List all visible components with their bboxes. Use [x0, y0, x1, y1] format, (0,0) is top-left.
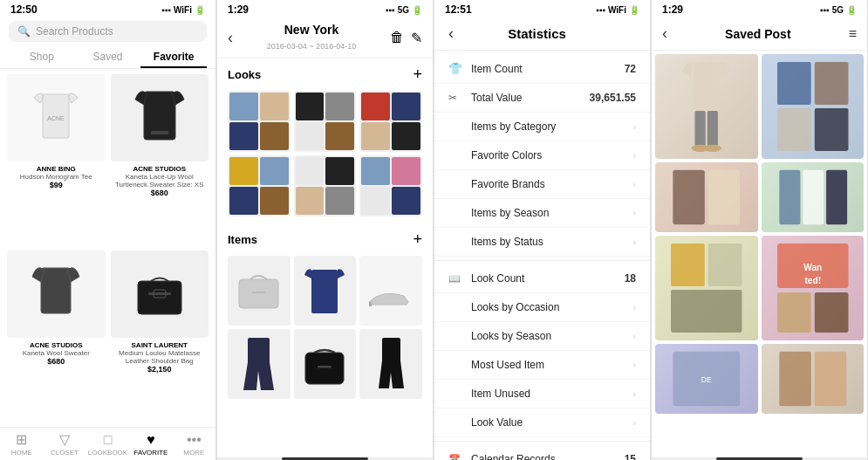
nav-home[interactable]: ⊞ HOME — [0, 433, 43, 457]
stat-calendar-records[interactable]: 📅 Calendar Records 15 — [434, 445, 650, 460]
back-button-4[interactable]: ‹ — [662, 24, 667, 43]
nav-closet-label: CLOSET — [51, 449, 79, 457]
edit-button[interactable]: ✎ — [411, 30, 422, 46]
nav-lookbook-label: LOOKBOOK — [88, 449, 127, 457]
saved-post-item[interactable] — [762, 344, 865, 414]
saved-post-item[interactable] — [655, 236, 758, 340]
stat-label: Item Count — [471, 63, 625, 75]
saved-post-item[interactable] — [655, 54, 758, 159]
outfit-visual — [655, 236, 758, 340]
stat-looks-occasion[interactable]: Looks by Occasion › — [434, 293, 650, 322]
svg-text:DE: DE — [701, 375, 712, 384]
product-item[interactable]: SAINT LAURENT Medium Loulou Matelasse Le… — [111, 251, 209, 422]
stat-look-count[interactable]: 📖 Look Count 18 — [434, 264, 650, 293]
svg-rect-36 — [814, 292, 848, 333]
look-item[interactable] — [228, 91, 290, 152]
stat-label: Look Value — [471, 416, 633, 429]
saved-post-item[interactable] — [655, 162, 758, 232]
stat-items-season[interactable]: Items by Season › — [434, 199, 650, 228]
nav-closet[interactable]: ▽ CLOSET — [43, 433, 85, 457]
menu-icon[interactable]: ≡ — [849, 26, 857, 42]
time-2: 1:29 — [228, 3, 249, 16]
panel-savedpost: 1:29 ▪▪▪ 5G 🔋 ‹ Saved Post ≡ — [652, 0, 868, 460]
item-thumb[interactable] — [228, 256, 290, 326]
stat-item-count[interactable]: 👕 Item Count 72 — [434, 54, 650, 84]
stat-items-category[interactable]: Items by Category › — [434, 113, 650, 141]
home-icon: ⊞ — [16, 433, 27, 447]
product-image — [111, 251, 209, 338]
svg-rect-8 — [239, 279, 278, 308]
time-4: 1:29 — [662, 3, 683, 16]
item-thumb[interactable] — [228, 329, 290, 399]
nav-more[interactable]: ••• MORE — [173, 433, 215, 457]
svg-rect-17 — [707, 111, 718, 147]
look-item[interactable] — [294, 91, 357, 152]
stat-fav-brands[interactable]: Favorite Brands › — [434, 170, 650, 199]
stat-label: Most Used Item — [471, 359, 633, 371]
item-thumb[interactable] — [294, 256, 357, 326]
svg-rect-39 — [779, 352, 810, 406]
product-name: Kaneta Lace-Up Wool Turtleneck Sweater S… — [111, 173, 209, 189]
panel-shop: 12:50 ▪▪▪ WiFi 🔋 🔍 Search Products Shop … — [0, 0, 216, 460]
tab-shop[interactable]: Shop — [9, 45, 75, 68]
product-name: Hudson Monogram Tee — [20, 173, 92, 181]
calendar-icon: 📅 — [448, 454, 462, 461]
stat-total-value[interactable]: ✂ Total Value 39,651.55 — [434, 84, 650, 113]
product-name: Medium Loulou Matelasse Leather Shoulder… — [111, 349, 209, 365]
tab-favorite[interactable]: Favorite — [140, 45, 207, 68]
svg-text:ACNE: ACNE — [48, 115, 65, 121]
outfit-visual — [655, 162, 758, 232]
stat-look-value[interactable]: Look Value › — [434, 409, 650, 437]
svg-rect-31 — [671, 290, 742, 333]
svg-rect-20 — [777, 62, 811, 105]
item-thumb[interactable] — [294, 329, 357, 399]
product-image — [111, 74, 209, 161]
signal-icon-2: ▪▪▪ — [386, 5, 395, 15]
panel-newyork: 1:29 ▪▪▪ 5G 🔋 ‹ New York 2016-03-04 ~ 20… — [217, 0, 434, 460]
nav-lookbook[interactable]: □ LOOKBOOK — [86, 433, 129, 457]
stat-label: Calendar Records — [471, 453, 625, 460]
look-item[interactable] — [359, 91, 422, 152]
chevron-icon: › — [633, 122, 636, 132]
stat-label: Items by Category — [471, 120, 633, 133]
look-item[interactable] — [359, 155, 422, 216]
battery-icon-4: 🔋 — [846, 5, 857, 15]
item-thumb[interactable] — [359, 256, 422, 326]
product-item[interactable]: ACNE ANNE BING Hudson Monogram Tee $99 — [7, 74, 106, 245]
product-info: ACNE STUDIOS Kaneta Wool Sweater $680 — [23, 341, 90, 366]
stat-items-status[interactable]: Items by Status › — [434, 228, 650, 257]
nav-home-label: HOME — [11, 449, 32, 457]
saved-post-item[interactable]: Wan ted! — [762, 236, 865, 340]
product-price: $680 — [23, 357, 90, 366]
stat-item-unused[interactable]: Item Unused › — [434, 380, 650, 409]
items-add-button[interactable]: + — [413, 230, 422, 249]
item-thumb[interactable] — [359, 329, 422, 399]
product-item[interactable]: ACNE STUDIOS Kaneta Wool Sweater $680 — [7, 251, 106, 422]
svg-rect-35 — [777, 292, 811, 333]
product-item[interactable]: ACNE STUDIOS Kaneta Lace-Up Wool Turtlen… — [111, 74, 209, 245]
look-item[interactable] — [228, 155, 290, 216]
stat-most-used-item[interactable]: Most Used Item › — [434, 351, 650, 380]
saved-post-item[interactable] — [762, 54, 865, 159]
status-icons-2: ▪▪▪ 5G 🔋 — [386, 5, 422, 15]
saved-post-item[interactable]: DE — [655, 344, 758, 414]
stat-label: Total Value — [471, 92, 590, 104]
tab-saved[interactable]: Saved — [75, 45, 141, 68]
stat-looks-season[interactable]: Looks by Season › — [434, 322, 650, 351]
nav-favorite[interactable]: ♥ FAVORITE — [129, 433, 172, 457]
saved-post-item[interactable] — [762, 162, 865, 232]
svg-rect-11 — [248, 338, 270, 364]
looks-add-button[interactable]: + — [413, 65, 422, 84]
back-button-2[interactable]: ‹ — [228, 29, 233, 47]
stat-fav-colors[interactable]: Favorite Colors › — [434, 141, 650, 170]
search-bar[interactable]: 🔍 Search Products — [9, 21, 207, 42]
wifi-icon-3: WiFi — [608, 5, 626, 15]
panel-statistics: 12:51 ▪▪▪ WiFi 🔋 ‹ Statistics 👕 Item Cou… — [434, 0, 651, 460]
scissors-icon: ✂ — [448, 92, 462, 104]
outfit-visual — [762, 54, 865, 159]
outfit-visual: DE — [655, 344, 758, 414]
delete-button[interactable]: 🗑 — [390, 30, 404, 46]
look-item[interactable] — [294, 155, 357, 216]
saved-grid: Wan ted! DE — [655, 54, 864, 414]
bottom-nav: ⊞ HOME ▽ CLOSET □ LOOKBOOK ♥ FAVORITE ••… — [0, 427, 215, 460]
